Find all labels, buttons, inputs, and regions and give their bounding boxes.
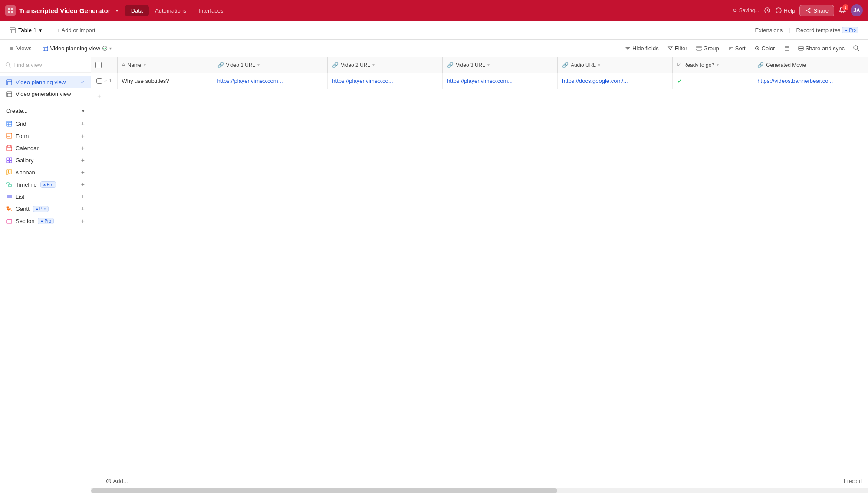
extensions-button[interactable]: Extensions [751, 25, 787, 36]
nav-data[interactable]: Data [125, 5, 149, 16]
row-height-button[interactable] [780, 44, 793, 53]
nav-automations[interactable]: Automations [149, 5, 192, 16]
svg-rect-40 [7, 92, 12, 97]
audio-col-header[interactable]: 🔗 Audio URL ▾ [557, 57, 672, 73]
create-gantt[interactable]: Gantt Pro + [0, 203, 91, 215]
video1-cell[interactable]: https://player.vimeo.com... [213, 73, 328, 89]
add-row-tr: + [91, 89, 868, 104]
row-expand-icon[interactable]: ⤢ [104, 79, 107, 83]
video2-link[interactable]: https://player.vimeo.co... [332, 78, 393, 84]
link-icon: 🔗 [332, 62, 339, 68]
svg-rect-12 [10, 28, 15, 33]
create-kanban-label: Kanban [16, 169, 35, 176]
create-section-header: Create... ▾ [0, 103, 91, 117]
view-search[interactable]: Find a view [0, 57, 91, 73]
svg-rect-54 [7, 158, 9, 160]
create-gallery[interactable]: Gallery + [0, 154, 91, 166]
row-checkbox[interactable] [96, 78, 102, 84]
nav-interfaces[interactable]: Interfaces [192, 5, 229, 16]
movie-link[interactable]: https://videos.bannerbear.co... [757, 78, 833, 84]
toolbar-divider [49, 26, 49, 35]
create-section[interactable]: Section Pro + [0, 215, 91, 227]
pro-badge: Pro [842, 27, 858, 33]
add-import-button[interactable]: + Add or import [52, 25, 100, 36]
create-gantt-plus[interactable]: + [81, 205, 85, 212]
sidebar-item-video-planning[interactable]: Video planning view ✓ [0, 76, 91, 88]
notification-button[interactable]: 1 [838, 6, 846, 15]
svg-rect-58 [7, 170, 8, 175]
name-col-chevron: ▾ [144, 62, 146, 67]
movie-col-header[interactable]: 🔗 Generated Movie [753, 57, 868, 73]
scroll-thumb[interactable] [91, 488, 557, 493]
group-button[interactable]: Group [692, 43, 723, 53]
ready-cell[interactable]: ✓ [672, 73, 753, 89]
color-button[interactable]: Color [750, 43, 779, 53]
view-chevron-icon: ▾ [109, 46, 112, 51]
header-right: ⟳ Saving... ? Help Share 1 JA [733, 4, 863, 16]
create-gallery-plus[interactable]: + [81, 157, 85, 164]
video2-cell[interactable]: https://player.vimeo.co... [328, 73, 443, 89]
name-col-header[interactable]: A Name ▾ [117, 57, 213, 73]
share-button[interactable]: Share [799, 5, 834, 16]
ready-col-header[interactable]: ☑ Ready to go? ▾ [672, 57, 753, 73]
svg-line-11 [807, 11, 809, 12]
create-timeline-plus[interactable]: + [81, 181, 85, 188]
audio-link[interactable]: https://docs.google.com/... [562, 78, 628, 84]
video1-col-header[interactable]: 🔗 Video 1 URL ▾ [213, 57, 328, 73]
current-view-button[interactable]: Video planning view ▾ [39, 43, 115, 53]
link-icon: 🔗 [217, 62, 224, 68]
audio-cell[interactable]: https://docs.google.com/... [557, 73, 672, 89]
share-sync-button[interactable]: Share and sync [794, 43, 848, 53]
create-section-plus[interactable]: + [81, 217, 85, 224]
video3-cell[interactable]: https://player.vimeo.com... [443, 73, 558, 89]
video2-col-header[interactable]: 🔗 Video 2 URL ▾ [328, 57, 443, 73]
svg-line-34 [857, 49, 859, 51]
record-templates-button[interactable]: Record templates Pro [792, 25, 863, 36]
add-extra-button[interactable]: Add... [106, 478, 128, 484]
create-timeline[interactable]: Timeline Pro + [0, 178, 91, 191]
create-kanban[interactable]: Kanban + [0, 166, 91, 178]
create-section-label: Section [16, 218, 34, 224]
filter-button[interactable]: Filter [664, 43, 691, 53]
svg-rect-60 [10, 170, 12, 174]
table-tab-label: Table 1 [18, 27, 36, 33]
hide-fields-button[interactable]: Hide fields [621, 43, 663, 53]
title-chevron-icon[interactable]: ▾ [116, 8, 118, 13]
create-calendar[interactable]: Calendar + [0, 142, 91, 154]
video3-link[interactable]: https://player.vimeo.com... [447, 78, 513, 84]
create-chevron-icon[interactable]: ▾ [82, 108, 85, 114]
video1-link[interactable]: https://player.vimeo.com... [217, 78, 283, 84]
add-row-icon: + [97, 92, 101, 100]
create-list-plus[interactable]: + [81, 193, 85, 200]
svg-rect-70 [7, 220, 12, 223]
movie-cell[interactable]: https://videos.bannerbear.co... [753, 73, 868, 89]
video3-col-header[interactable]: 🔗 Video 3 URL ▾ [443, 57, 558, 73]
user-avatar[interactable]: JA [851, 4, 863, 16]
app-title: Transcripted Video Generator [19, 7, 111, 14]
search-button[interactable] [849, 43, 863, 54]
create-form-plus[interactable]: + [81, 132, 85, 139]
create-list[interactable]: List + [0, 191, 91, 203]
table-tab[interactable]: Table 1 ▾ [5, 24, 46, 36]
sidebar-item-video-generation[interactable]: Video generation view [0, 88, 91, 100]
create-form[interactable]: Form + [0, 130, 91, 142]
create-grid-plus[interactable]: + [81, 120, 85, 127]
link-icon: 🔗 [757, 62, 764, 68]
name-cell[interactable]: Why use subtitles? [117, 73, 213, 89]
add-bottom-button[interactable]: + [97, 478, 101, 484]
sort-button[interactable]: Sort [724, 43, 750, 53]
history-button[interactable] [764, 7, 771, 14]
create-kanban-plus[interactable]: + [81, 169, 85, 176]
add-row-button[interactable]: + [91, 90, 868, 103]
create-calendar-plus[interactable]: + [81, 145, 85, 151]
table-toolbar: Table 1 ▾ + Add or import Extensions | R… [0, 21, 868, 40]
sidebar: Find a view Video planning view ✓ Video … [0, 57, 91, 493]
horizontal-scrollbar[interactable] [91, 488, 868, 493]
main-nav: Data Automations Interfaces [125, 5, 230, 16]
help-button[interactable]: ? Help [775, 7, 796, 14]
svg-rect-47 [7, 133, 12, 138]
svg-rect-56 [7, 161, 9, 163]
create-items: Grid + Form + Calendar + Gallery + [0, 117, 91, 228]
select-all-checkbox[interactable] [95, 62, 102, 68]
create-grid[interactable]: Grid + [0, 118, 91, 130]
